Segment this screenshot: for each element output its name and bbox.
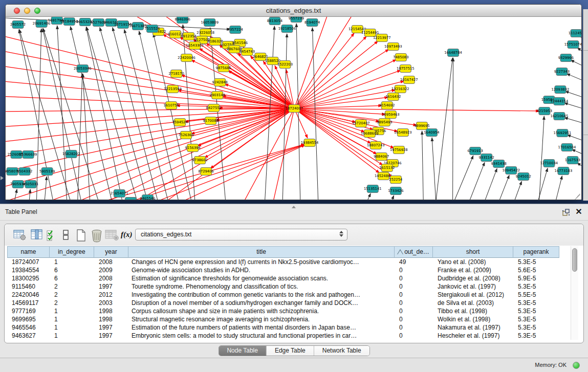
network-edge[interactable] bbox=[389, 195, 394, 200]
network-graph[interactable]: 1872400774638229160123891235423226058912… bbox=[6, 17, 581, 200]
network-edge[interactable] bbox=[497, 175, 509, 200]
network-edge[interactable] bbox=[6, 50, 294, 108]
table-row[interactable]: 1830029562008Estimation of significance … bbox=[7, 274, 559, 282]
network-edge[interactable] bbox=[100, 28, 149, 200]
network-edge[interactable] bbox=[113, 28, 160, 200]
table-row[interactable]: 2242004622012Investigating the contribut… bbox=[7, 291, 559, 299]
column-header-pagerank[interactable]: pagerank bbox=[513, 246, 559, 258]
network-node[interactable]: 10167427 bbox=[400, 76, 418, 84]
network-node[interactable]: 1615132 bbox=[379, 164, 395, 172]
table-column-icon[interactable] bbox=[30, 228, 44, 242]
network-edge[interactable] bbox=[6, 108, 294, 200]
network-edge[interactable] bbox=[139, 31, 180, 200]
network-edge[interactable] bbox=[294, 41, 378, 108]
network-node[interactable]: 6504332 bbox=[17, 168, 32, 176]
network-node[interactable]: 7515526 bbox=[144, 25, 160, 33]
network-node[interactable]: 9227343 bbox=[554, 68, 570, 76]
network-edge[interactable] bbox=[6, 108, 294, 188]
network-edge[interactable] bbox=[536, 168, 548, 200]
network-node[interactable]: 15720407 bbox=[352, 120, 370, 127]
network-edge[interactable] bbox=[36, 29, 41, 200]
network-node[interactable]: 9738602 bbox=[192, 157, 208, 164]
network-edge[interactable] bbox=[435, 58, 452, 200]
column-header-name[interactable]: name bbox=[7, 246, 50, 258]
network-node[interactable]: 1167533 bbox=[565, 157, 580, 164]
memory-status-indicator[interactable] bbox=[573, 362, 580, 369]
window-titlebar[interactable]: citations_edges.txt bbox=[6, 5, 581, 17]
network-node[interactable]: 1522203 bbox=[277, 61, 293, 69]
network-node[interactable]: 8813054 bbox=[267, 17, 282, 25]
network-node[interactable]: 8194074 bbox=[304, 19, 320, 27]
trash-icon[interactable] bbox=[90, 228, 104, 242]
network-node[interactable]: 10945422 bbox=[502, 167, 520, 174]
network-node[interactable]: 1112458 bbox=[569, 30, 581, 37]
network-edge[interactable] bbox=[77, 74, 82, 200]
network-node[interactable]: 2718170 bbox=[168, 70, 184, 78]
network-edge[interactable] bbox=[294, 17, 354, 108]
network-edge[interactable] bbox=[539, 116, 544, 200]
new-document-icon[interactable] bbox=[74, 228, 89, 242]
network-node[interactable]: 16648784 bbox=[444, 49, 462, 57]
network-edge[interactable] bbox=[294, 33, 354, 108]
network-node[interactable]: 23226058 bbox=[197, 29, 214, 37]
network-edge[interactable] bbox=[554, 176, 562, 200]
table-row[interactable]: 911546021997Tourette syndrome. Phenomeno… bbox=[7, 282, 559, 291]
column-header-in_degree[interactable]: in_degree bbox=[50, 246, 94, 258]
network-edge[interactable] bbox=[512, 181, 522, 200]
network-node[interactable]: 15692951 bbox=[554, 129, 572, 137]
close-panel-icon[interactable]: ✕ bbox=[575, 207, 583, 217]
table-row[interactable]: 977716911998Corpus callosum shape and si… bbox=[7, 307, 559, 315]
network-node[interactable]: 18757515 bbox=[397, 65, 415, 73]
network-edge[interactable] bbox=[571, 60, 581, 68]
network-node[interactable]: 8946396 bbox=[175, 17, 190, 24]
network-node[interactable]: 12093832 bbox=[552, 86, 570, 94]
network-node[interactable]: 1640954 bbox=[424, 129, 439, 137]
network-node[interactable]: 10959463 bbox=[382, 111, 400, 119]
network-node[interactable]: 16210645 bbox=[551, 113, 569, 120]
window-resize-grip[interactable] bbox=[574, 192, 580, 199]
network-node[interactable]: 2405572 bbox=[10, 21, 26, 29]
network-edge[interactable] bbox=[242, 108, 294, 200]
network-node[interactable]: 7526364 bbox=[178, 132, 193, 139]
network-edge[interactable] bbox=[565, 91, 581, 99]
network-node[interactable]: 7594524 bbox=[172, 119, 187, 126]
function-icon[interactable]: f(x) bbox=[121, 228, 135, 241]
network-edge[interactable] bbox=[6, 108, 294, 158]
network-edge[interactable] bbox=[98, 108, 294, 200]
network-node[interactable]: 9154692 bbox=[379, 102, 395, 110]
network-node[interactable]: 13216322 bbox=[391, 85, 409, 93]
network-edge[interactable] bbox=[567, 74, 581, 82]
network-node[interactable]: 16773183 bbox=[555, 167, 573, 175]
network-edge[interactable] bbox=[294, 36, 366, 108]
network-view-window[interactable]: citations_edges.txt 18724007746382291601… bbox=[5, 4, 582, 200]
checklist-icon[interactable] bbox=[46, 228, 60, 242]
tab-node-table[interactable]: Node Table bbox=[219, 346, 267, 356]
table-row[interactable]: 946554611997Estimation of the future num… bbox=[7, 323, 559, 332]
panel-collapse-arrow-icon[interactable] bbox=[1, 176, 4, 180]
network-node[interactable]: 2903144 bbox=[210, 92, 225, 99]
network-edge[interactable] bbox=[86, 27, 139, 200]
network-node[interactable]: 7357224 bbox=[228, 26, 243, 34]
network-node[interactable]: 9557239 bbox=[289, 17, 304, 23]
tab-edge-table[interactable]: Edge Table bbox=[267, 346, 314, 356]
network-edge[interactable] bbox=[453, 58, 453, 200]
network-node[interactable]: 9170084 bbox=[203, 117, 219, 125]
tab-network-table[interactable]: Network Table bbox=[314, 346, 369, 356]
network-edge[interactable] bbox=[467, 162, 485, 200]
network-node[interactable]: 7485083 bbox=[393, 54, 408, 61]
network-edge[interactable] bbox=[564, 118, 581, 124]
network-edge[interactable] bbox=[432, 138, 436, 200]
column-header-title[interactable]: title bbox=[128, 246, 395, 258]
network-node[interactable]: 252254 bbox=[389, 176, 402, 184]
network-node[interactable]: 9465546 bbox=[140, 195, 155, 200]
table-row[interactable]: 1872400712008Changes of HCN gene express… bbox=[7, 258, 559, 266]
network-node[interactable]: 5905139 bbox=[39, 168, 55, 176]
network-node[interactable]: 16548923 bbox=[394, 129, 412, 137]
network-node[interactable]: 16053809 bbox=[201, 19, 219, 27]
network-node[interactable]: 9331142 bbox=[479, 154, 494, 162]
network-node[interactable]: 9245012 bbox=[516, 173, 531, 181]
split-handle-icon[interactable] bbox=[292, 206, 296, 208]
network-node[interactable]: 8454743 bbox=[239, 48, 255, 56]
network-node[interactable]: 9875685 bbox=[216, 64, 231, 72]
network-node[interactable]: 1733426 bbox=[388, 187, 403, 195]
